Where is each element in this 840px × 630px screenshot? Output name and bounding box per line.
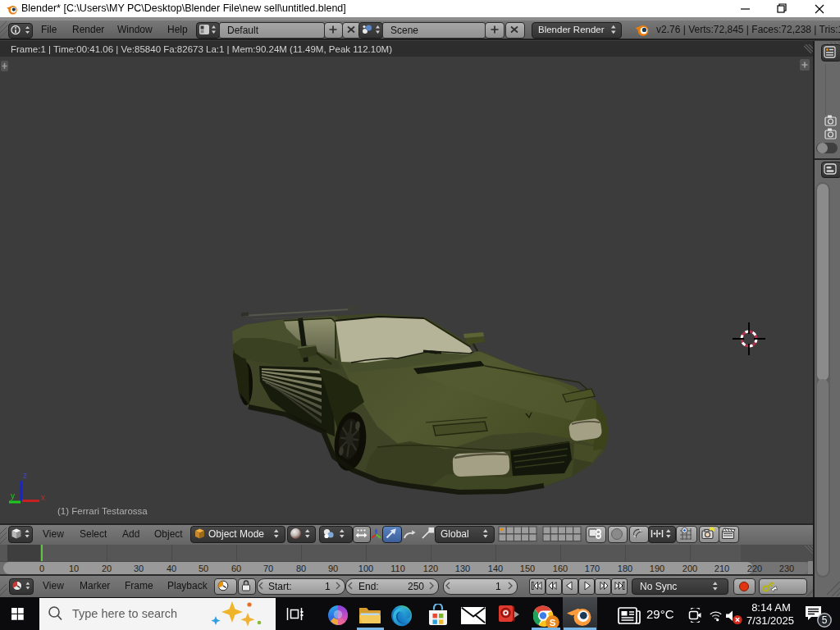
- svg-text:x: x: [41, 493, 45, 502]
- svg-text:40: 40: [167, 564, 176, 573]
- svg-text:220: 220: [747, 564, 762, 573]
- svg-text:30: 30: [134, 564, 144, 573]
- svg-text:90: 90: [328, 564, 338, 573]
- svg-text:110: 110: [390, 564, 405, 573]
- svg-text:0: 0: [39, 564, 44, 573]
- svg-text:200: 200: [682, 564, 697, 573]
- svg-text:180: 180: [618, 564, 632, 573]
- svg-text:y: y: [11, 491, 15, 500]
- svg-text:210: 210: [714, 564, 729, 573]
- svg-text:50: 50: [199, 564, 208, 573]
- svg-text:130: 130: [455, 564, 470, 573]
- svg-text:S: S: [550, 618, 556, 628]
- svg-text:z: z: [23, 471, 27, 480]
- svg-text:5: 5: [822, 614, 828, 626]
- svg-text:160: 160: [553, 564, 568, 573]
- svg-text:230: 230: [779, 564, 794, 573]
- svg-text:140: 140: [488, 564, 503, 573]
- svg-text:100: 100: [358, 564, 373, 573]
- svg-text:20: 20: [102, 564, 112, 573]
- svg-text:60: 60: [231, 564, 241, 573]
- svg-text:80: 80: [296, 564, 306, 573]
- svg-text:120: 120: [423, 564, 438, 573]
- svg-text:70: 70: [263, 564, 273, 573]
- svg-text:10: 10: [69, 564, 79, 573]
- svg-text:170: 170: [585, 564, 600, 573]
- svg-text:190: 190: [650, 564, 664, 573]
- svg-text:150: 150: [520, 564, 535, 573]
